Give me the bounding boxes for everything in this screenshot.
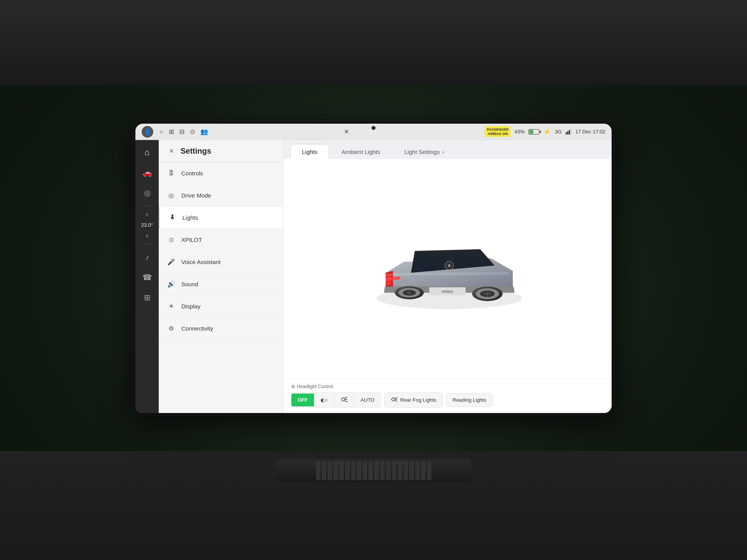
battery-percent: 43% (514, 129, 524, 135)
main-content: ⌂ 🚗 ◎ ∧ 23.0° ∨ ♪ ☎ ⊞ ✕ (135, 140, 612, 413)
lights-icon (168, 213, 177, 222)
close-btn-label: ✕ (169, 147, 174, 155)
settings-close-button[interactable]: ✕ (167, 146, 176, 156)
sidebar-item-home[interactable]: ⌂ (139, 144, 156, 161)
drive-mode-icon: ◎ (167, 191, 176, 200)
signal-bars (566, 129, 572, 135)
headlight-auto-button[interactable]: AUTO (354, 394, 381, 406)
io-icon: ⊙ (190, 128, 195, 135)
lights-label: Lights (182, 214, 198, 221)
airbag-badge: PASSENGER AIRBAG ON (485, 126, 510, 137)
tab-light-settings-label: Light Settings (404, 149, 440, 155)
menu-item-xpilot[interactable]: ⊙ XPILOT (159, 229, 283, 251)
voice-icon: 🎤 (167, 257, 176, 266)
menu-item-sound[interactable]: 🔊 Sound (159, 273, 283, 295)
settings-menu: 🎛 Controls ◎ Drive Mode (159, 162, 283, 413)
headlight-off-button[interactable]: OFF (291, 394, 314, 406)
reading-lights-button[interactable]: Reading Lights (446, 393, 493, 407)
low-beam-icon: ◐○ (321, 397, 328, 403)
tab-lights-label: Lights (302, 149, 317, 155)
chevron-down-icon[interactable]: ∨ (144, 231, 151, 240)
status-center: ✕ (344, 128, 349, 135)
status-left: 👤 ○ ⊞ ⊟ ⊙ 👥 (142, 126, 208, 138)
main-screen: 👤 ○ ⊞ ⊟ ⊙ 👥 ✕ PASSENGER (135, 124, 612, 413)
menu-item-lights[interactable]: Lights (159, 206, 283, 229)
vent-fin (363, 461, 367, 480)
svg-rect-2 (171, 218, 174, 219)
dashboard-frame-top (0, 0, 747, 86)
menu-item-connectivity[interactable]: ⚙ Connectivity (159, 317, 283, 340)
tab-light-settings[interactable]: Light Settings › (393, 145, 455, 159)
voice-label: Voice Assistant (181, 259, 221, 265)
sidebar-divider-2 (141, 244, 153, 245)
svg-text:XPENG: XPENG (442, 289, 453, 293)
vent-fin (398, 461, 402, 480)
car-image-container: XPENG (283, 159, 612, 379)
signal-bar-3 (569, 130, 570, 135)
sound-label: Sound (181, 281, 198, 287)
vent-fin (351, 461, 356, 480)
sidebar-item-music[interactable]: ♪ (139, 248, 156, 266)
menu-item-voice[interactable]: 🎤 Voice Assistant (159, 251, 283, 273)
drive-mode-label: Drive Mode (181, 192, 211, 199)
vent-fin (392, 461, 396, 480)
vent-fin (322, 461, 326, 480)
left-sidebar: ⌂ 🚗 ◎ ∧ 23.0° ∨ ♪ ☎ ⊞ (135, 140, 159, 413)
vent-fin (415, 461, 420, 480)
svg-line-23 (345, 397, 347, 398)
headlight-high-button[interactable] (335, 393, 354, 407)
sidebar-item-apps[interactable]: ⊞ (139, 289, 156, 306)
off-label: OFF (298, 397, 308, 403)
close-center-icon[interactable]: ✕ (344, 128, 349, 135)
vent-fin (374, 461, 379, 480)
reading-lights-label: Reading Lights (452, 397, 486, 403)
menu-item-display[interactable]: ☀ Display (159, 295, 283, 317)
vent-fin (333, 461, 338, 480)
battery-fill (529, 130, 533, 134)
auto-label: AUTO (361, 397, 375, 403)
network-label: 3G (555, 129, 561, 135)
tab-lights[interactable]: Lights (291, 145, 328, 159)
controls-label: Controls (181, 170, 203, 177)
svg-line-25 (345, 401, 347, 402)
settings-title: Settings (181, 147, 211, 156)
headlight-low-button[interactable]: ◐○ (314, 394, 335, 406)
menu-icon: ⊟ (179, 128, 184, 135)
headlight-gear-icon: ⚙ (291, 384, 295, 389)
controls-icon: 🎛 (167, 168, 176, 178)
svg-point-26 (392, 398, 395, 401)
sidebar-item-driver-assist[interactable]: ◎ (139, 184, 156, 201)
display-label: Display (181, 303, 200, 310)
vent-fin (421, 461, 426, 480)
menu-item-controls[interactable]: 🎛 Controls (159, 162, 283, 184)
mic-icon: ○ (160, 128, 163, 135)
tab-ambient-label: Ambient Lights (342, 149, 380, 155)
airbag-line1: PASSENGER (487, 128, 509, 131)
chevron-up-icon[interactable]: ∧ (144, 210, 151, 219)
sidebar-item-phone[interactable]: ☎ (139, 269, 156, 286)
menu-item-drive-mode[interactable]: ◎ Drive Mode (159, 184, 283, 206)
svg-line-27 (395, 397, 397, 398)
grid-icon: ⊞ (169, 128, 174, 135)
signal-bar-2 (567, 131, 568, 135)
sidebar-item-car[interactable]: 🚗 (139, 164, 156, 181)
battery-icon (528, 129, 539, 135)
vent-fin (339, 461, 344, 480)
tab-ambient[interactable]: Ambient Lights (331, 145, 391, 159)
display-icon: ☀ (167, 301, 176, 311)
headlight-label-text: Headlight Control (297, 384, 333, 389)
signal-bar-1 (566, 132, 567, 135)
svg-rect-0 (172, 214, 173, 217)
signal-bar-4 (570, 129, 572, 135)
screen-bezel: 👤 ○ ⊞ ⊟ ⊙ 👥 ✕ PASSENGER (132, 121, 615, 416)
vent-fin (380, 461, 385, 480)
rear-fog-lights-button[interactable]: Rear Fog Lights (384, 392, 443, 408)
settings-header: ✕ Settings (159, 140, 283, 162)
profile-icon[interactable]: 👤 (142, 126, 153, 138)
content-area: Lights Ambient Lights Light Settings › (283, 140, 612, 413)
vent-strip (276, 459, 471, 482)
dashboard-bottom (0, 451, 747, 560)
car-display: XPENG (283, 159, 612, 379)
sidebar-divider-1 (141, 205, 153, 206)
airbag-line2: AIRBAG ON (488, 132, 508, 136)
